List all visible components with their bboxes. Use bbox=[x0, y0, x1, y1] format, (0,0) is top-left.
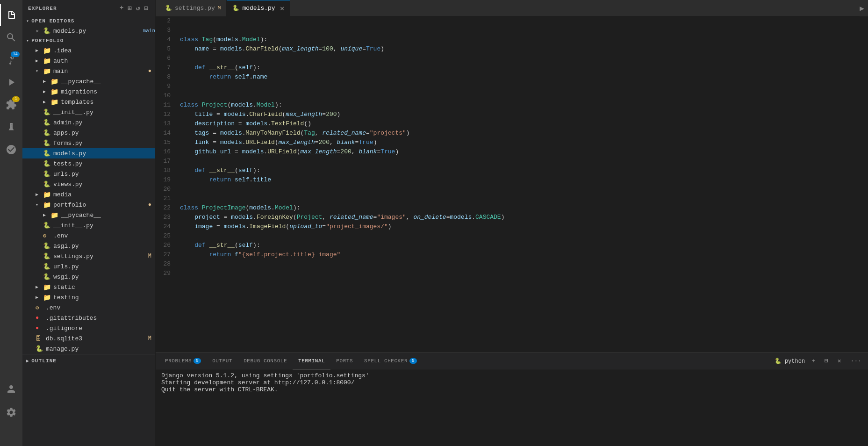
run-debug-activity-icon[interactable] bbox=[0, 71, 22, 94]
py-icon: 🐍 bbox=[43, 242, 51, 250]
tree-media[interactable]: ▶ 📁 media bbox=[22, 189, 155, 200]
tree-testing[interactable]: ▶ 📁 testing bbox=[22, 292, 155, 302]
code-line: 3 bbox=[156, 26, 868, 35]
panel-tab-problems[interactable]: PROBLEMS 5 bbox=[159, 353, 207, 369]
tree-static[interactable]: ▶ 📁 static bbox=[22, 282, 155, 292]
split-terminal-btn[interactable]: ⊟ bbox=[822, 356, 831, 366]
code-line: 20 bbox=[156, 185, 868, 194]
tree-env-1[interactable]: ⚙ .env bbox=[22, 230, 155, 241]
refresh-icon[interactable]: ↺ bbox=[135, 3, 142, 13]
tree-templates[interactable]: ▶ 📁 templates bbox=[22, 97, 155, 107]
tree-pycache-2[interactable]: ▶ 📁 __pycache__ bbox=[22, 210, 155, 220]
code-line: 16 github_url = models.URLField(max_leng… bbox=[156, 147, 868, 157]
tree-portfolio-folder[interactable]: ▾ 📁 portfolio ● bbox=[22, 200, 155, 210]
tree-pycache-1[interactable]: ▶ 📁 __pycache__ bbox=[22, 76, 155, 86]
open-editor-models-py[interactable]: ✕ 🐍 models.py main bbox=[22, 26, 155, 36]
close-terminal-btn[interactable]: ✕ bbox=[835, 356, 844, 366]
settings-activity-icon[interactable] bbox=[0, 401, 22, 424]
code-editor[interactable]: 2 3 4 class Tag(models.Model): 5 name = … bbox=[156, 16, 868, 352]
tab-settings-py[interactable]: 🐍 settings.py M bbox=[159, 0, 227, 16]
tree-views-py[interactable]: 🐍 views.py bbox=[22, 179, 155, 189]
sidebar: EXPLORER + ⊞ ↺ ⊟ ▾ OPEN EDITORS ✕ 🐍 mode… bbox=[22, 0, 156, 446]
tree-urls-py-1[interactable]: 🐍 urls.py bbox=[22, 169, 155, 179]
more-terminal-btn[interactable]: ··· bbox=[848, 357, 864, 366]
tree-init-py-2[interactable]: 🐍 __init__.py bbox=[22, 220, 155, 230]
models-tab-label: models.py bbox=[242, 5, 275, 12]
file-name: __init__.py bbox=[53, 109, 155, 116]
tree-auth[interactable]: ▶ 📁 auth bbox=[22, 56, 155, 66]
tree-forms-py[interactable]: 🐍 forms.py bbox=[22, 138, 155, 148]
py-icon: 🐍 bbox=[43, 273, 51, 281]
close-editor-icon[interactable]: ✕ bbox=[36, 28, 43, 35]
tree-tests-py[interactable]: 🐍 tests.py bbox=[22, 158, 155, 169]
py-icon: 🐍 bbox=[43, 150, 51, 157]
tree-admin-py[interactable]: 🐍 admin.py bbox=[22, 117, 155, 128]
run-button[interactable]: ▶ bbox=[860, 4, 864, 13]
tree-settings-py[interactable]: 🐍 settings.py M bbox=[22, 251, 155, 261]
tree-urls-py-2[interactable]: 🐍 urls.py bbox=[22, 261, 155, 272]
panel-tab-ports[interactable]: PORTS bbox=[330, 353, 359, 369]
portfolio-section[interactable]: ▾ PORTFOLIO bbox=[22, 36, 155, 45]
add-terminal-btn[interactable]: + bbox=[809, 357, 818, 366]
code-line: 2 bbox=[156, 16, 868, 26]
search-activity-icon[interactable] bbox=[0, 26, 22, 49]
tree-init-py-1[interactable]: 🐍 __init__.py bbox=[22, 107, 155, 117]
outline-title[interactable]: ▶ OUTLINE bbox=[22, 356, 155, 366]
sidebar-header: EXPLORER + ⊞ ↺ ⊟ bbox=[22, 0, 155, 16]
tree-gitignore[interactable]: ● .gitignore bbox=[22, 323, 155, 333]
panel-tab-debug-console[interactable]: DEBUG CONSOLE bbox=[238, 353, 293, 369]
tree-wsgi-py[interactable]: 🐍 wsgi.py bbox=[22, 272, 155, 282]
tree-asgi-py[interactable]: 🐍 asgi.py bbox=[22, 241, 155, 251]
source-control-activity-icon[interactable]: 14 bbox=[0, 49, 22, 71]
modified-indicator: ● bbox=[148, 201, 155, 208]
files-activity-icon[interactable] bbox=[0, 4, 22, 26]
collapse-icon[interactable]: ⊟ bbox=[143, 3, 150, 13]
tree-db-sqlite3[interactable]: 🗄 db.sqlite3 M bbox=[22, 333, 155, 344]
folder-icon: 📁 bbox=[43, 283, 51, 291]
modified-indicator: ● bbox=[148, 68, 155, 74]
panel-tab-output[interactable]: OUTPUT bbox=[207, 353, 238, 369]
code-line: 25 bbox=[156, 231, 868, 241]
tab-models-py[interactable]: 🐍 models.py ✕ bbox=[227, 0, 290, 16]
open-editor-filename: models.py bbox=[53, 28, 141, 35]
tab-close-icon[interactable]: ✕ bbox=[280, 4, 285, 13]
py-icon: 🐍 bbox=[43, 263, 51, 270]
new-folder-icon[interactable]: ⊞ bbox=[127, 3, 133, 13]
portfolio-label: PORTFOLIO bbox=[31, 38, 64, 43]
tree-gitattributes[interactable]: ● .gitattributes bbox=[22, 313, 155, 323]
puzzle-activity-icon[interactable] bbox=[0, 138, 22, 161]
flask-activity-icon[interactable] bbox=[0, 116, 22, 138]
file-name: asgi.py bbox=[53, 243, 155, 250]
code-line: 4 class Tag(models.Model): bbox=[156, 35, 868, 44]
py-icon: 🐍 bbox=[43, 129, 51, 137]
panel-tab-terminal[interactable]: TERMINAL bbox=[293, 353, 330, 369]
tree-apps-py[interactable]: 🐍 apps.py bbox=[22, 128, 155, 138]
new-file-icon[interactable]: + bbox=[119, 3, 125, 13]
py-icon: 🐍 bbox=[43, 160, 51, 167]
panel-tab-spell-checker[interactable]: SPELL CHECKER 5 bbox=[359, 353, 423, 369]
tree-models-py[interactable]: 🐍 models.py bbox=[22, 148, 155, 158]
tree-main[interactable]: ▾ 📁 main ● bbox=[22, 66, 155, 76]
py-icon: 🐍 bbox=[43, 252, 51, 260]
py-icon: 🐍 bbox=[43, 222, 51, 229]
code-line: 28 bbox=[156, 259, 868, 269]
terminal-content[interactable]: Django version 5.1.2, using settings 'po… bbox=[156, 369, 868, 446]
bottom-panel: PROBLEMS 5 OUTPUT DEBUG CONSOLE TERMINAL… bbox=[156, 352, 868, 446]
extensions-activity-icon[interactable]: 1 bbox=[0, 94, 22, 116]
py-file-icon: 🐍 bbox=[43, 27, 51, 35]
outline-label: OUTLINE bbox=[31, 358, 57, 364]
editor-main: 2 3 4 class Tag(models.Model): 5 name = … bbox=[156, 16, 868, 352]
file-name: .env bbox=[46, 304, 155, 311]
code-line: 15 link = models.URLField(max_length=200… bbox=[156, 138, 868, 147]
account-activity-icon[interactable] bbox=[0, 378, 22, 400]
problems-label: PROBLEMS bbox=[165, 358, 192, 364]
main-content: 🐍 settings.py M 🐍 models.py ✕ ▶ 2 bbox=[156, 0, 868, 446]
tree-idea[interactable]: ▶ 📁 .idea bbox=[22, 45, 155, 56]
tree-manage-py[interactable]: 🐍 manage.py bbox=[22, 344, 155, 354]
env-icon: ⚙ bbox=[36, 304, 44, 311]
tree-env-root[interactable]: ⚙ .env bbox=[22, 302, 155, 313]
folder-name: main bbox=[53, 68, 148, 75]
file-name: .env bbox=[53, 232, 155, 239]
tree-migrations[interactable]: ▶ 📁 migrations bbox=[22, 86, 155, 97]
open-editors-section[interactable]: ▾ OPEN EDITORS bbox=[22, 16, 155, 26]
